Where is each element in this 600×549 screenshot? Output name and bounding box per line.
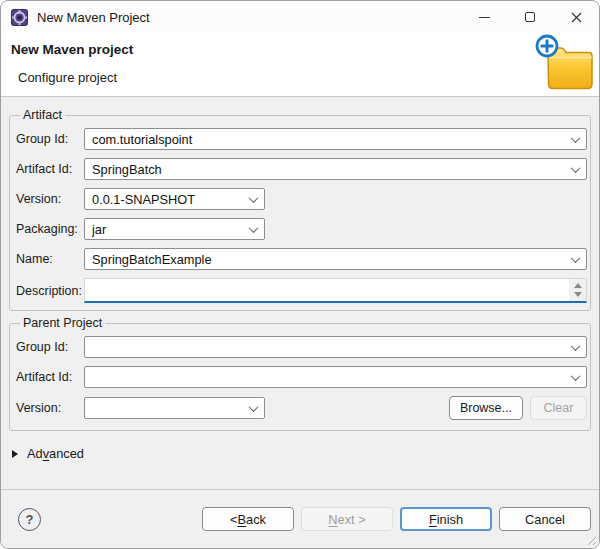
label-part: F	[429, 512, 437, 527]
version-row: Version:	[16, 188, 587, 210]
titlebar[interactable]: New Maven Project	[1, 1, 599, 33]
parent-version-input[interactable]	[85, 398, 242, 418]
new-folder-plus-icon	[535, 34, 597, 92]
description-label: Description:	[16, 284, 84, 298]
help-button[interactable]: ?	[18, 508, 41, 531]
chevron-down-icon	[570, 341, 580, 351]
back-button[interactable]: < Back	[202, 507, 294, 531]
parent-version-label: Version:	[16, 401, 84, 415]
parent-version-combo[interactable]	[84, 397, 265, 419]
label-part: <	[230, 512, 237, 527]
chevron-down-icon	[570, 163, 580, 173]
chevron-down-icon	[248, 193, 258, 203]
packaging-dropdown-button[interactable]	[242, 219, 264, 239]
maximize-button[interactable]	[507, 1, 553, 33]
chevron-down-icon	[570, 371, 580, 381]
wizard-banner: New Maven project Configure project	[1, 33, 599, 97]
scroll-up-icon[interactable]	[574, 283, 582, 288]
group-id-combo[interactable]	[84, 128, 587, 150]
name-row: Name:	[16, 248, 587, 270]
name-combo[interactable]	[84, 248, 587, 270]
chevron-down-icon	[248, 402, 258, 412]
question-icon: ?	[26, 512, 34, 527]
clear-button: Clear	[530, 396, 587, 420]
parent-artifact-id-input[interactable]	[85, 367, 564, 387]
triangle-right-icon	[12, 450, 18, 458]
label-part: anced	[49, 446, 84, 461]
next-button: Next >	[301, 507, 393, 531]
finish-button[interactable]: Finish	[400, 507, 492, 531]
name-input[interactable]	[85, 249, 564, 269]
new-maven-project-dialog: New Maven Project New Maven project Conf…	[0, 0, 600, 549]
artifact-legend: Artifact	[20, 108, 65, 122]
parent-project-legend: Parent Project	[20, 316, 105, 330]
label-part: N	[328, 512, 337, 527]
label-part: inish	[437, 512, 463, 527]
parent-project-group: Parent Project Group Id: Artifact Id: Ve…	[9, 316, 591, 431]
scroll-down-icon[interactable]	[574, 292, 582, 297]
parent-version-dropdown-button[interactable]	[242, 398, 264, 418]
description-field[interactable]	[84, 278, 587, 303]
maximize-icon	[525, 12, 535, 22]
page-subtitle: Configure project	[18, 70, 117, 85]
chevron-down-icon	[570, 133, 580, 143]
description-scrollbar[interactable]	[569, 279, 586, 301]
label-part: B	[238, 512, 247, 527]
artifact-id-input[interactable]	[85, 159, 564, 179]
label-part: Ad	[27, 446, 43, 461]
parent-group-id-row: Group Id:	[16, 336, 587, 358]
parent-artifact-id-combo[interactable]	[84, 366, 587, 388]
packaging-label: Packaging:	[16, 222, 84, 236]
group-id-dropdown-button[interactable]	[564, 129, 586, 149]
parent-artifact-id-label: Artifact Id:	[16, 370, 84, 384]
minimize-icon	[479, 17, 490, 18]
version-dropdown-button[interactable]	[242, 189, 264, 209]
group-id-label: Group Id:	[16, 132, 84, 146]
name-label: Name:	[16, 252, 84, 266]
packaging-row: Packaging:	[16, 218, 587, 240]
chevron-down-icon	[570, 253, 580, 263]
description-input[interactable]	[85, 279, 569, 301]
eclipse-wizard-icon	[11, 9, 28, 26]
version-input[interactable]	[85, 189, 242, 209]
artifact-id-dropdown-button[interactable]	[564, 159, 586, 179]
parent-artifact-id-row: Artifact Id:	[16, 366, 587, 388]
packaging-input[interactable]	[85, 219, 242, 239]
advanced-toggle[interactable]: Advanced	[12, 446, 84, 461]
parent-group-id-dropdown-button[interactable]	[564, 337, 586, 357]
resize-grip[interactable]	[586, 535, 597, 546]
wizard-content: Artifact Group Id: Artifact Id: Version:	[1, 97, 599, 461]
description-row: Description:	[16, 278, 587, 303]
label-part: ext >	[338, 512, 366, 527]
packaging-combo[interactable]	[84, 218, 265, 240]
artifact-group: Artifact Group Id: Artifact Id: Version:	[9, 108, 591, 311]
artifact-id-combo[interactable]	[84, 158, 587, 180]
parent-group-id-input[interactable]	[85, 337, 564, 357]
minimize-button[interactable]	[461, 1, 507, 33]
group-id-input[interactable]	[85, 129, 564, 149]
chevron-down-icon	[248, 223, 258, 233]
name-dropdown-button[interactable]	[564, 249, 586, 269]
artifact-id-label: Artifact Id:	[16, 162, 84, 176]
page-title: New Maven project	[11, 42, 133, 57]
close-button[interactable]	[553, 1, 599, 33]
advanced-label: Advanced	[27, 446, 84, 461]
cancel-button[interactable]: Cancel	[499, 507, 591, 531]
browse-button[interactable]: Browse...	[449, 396, 523, 420]
group-id-row: Group Id:	[16, 128, 587, 150]
version-label: Version:	[16, 192, 84, 206]
window-title: New Maven Project	[37, 10, 150, 25]
close-icon	[571, 12, 582, 23]
artifact-id-row: Artifact Id:	[16, 158, 587, 180]
parent-group-id-combo[interactable]	[84, 336, 587, 358]
footer-bar: ? < Back Next > Finish Cancel	[1, 489, 599, 548]
parent-version-row: Version: Browse... Clear	[16, 396, 587, 420]
parent-group-id-label: Group Id:	[16, 340, 84, 354]
label-part: ack	[246, 512, 266, 527]
version-combo[interactable]	[84, 188, 265, 210]
parent-artifact-id-dropdown-button[interactable]	[564, 367, 586, 387]
